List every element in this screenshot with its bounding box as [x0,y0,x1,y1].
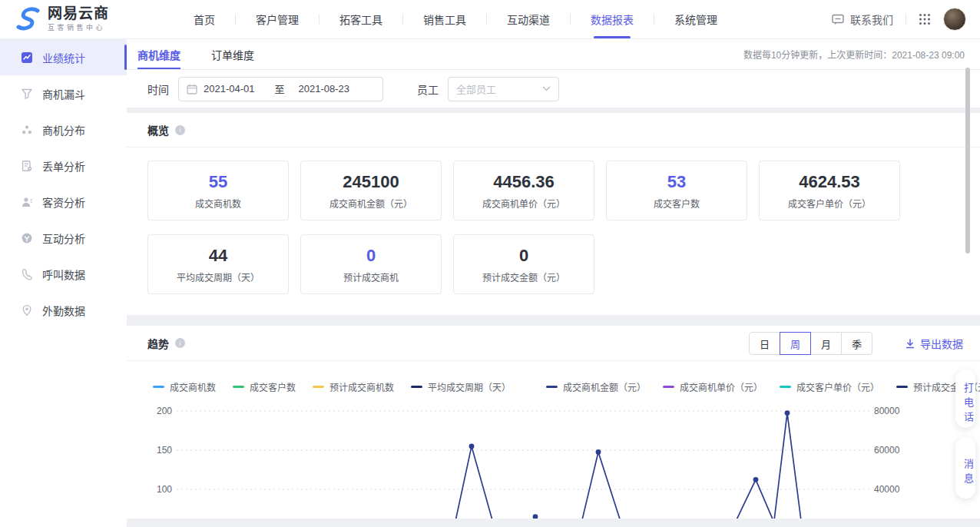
tab-opportunity-dimension[interactable]: 商机维度 [137,39,180,69]
sidebar-item-field-data[interactable]: 外勤数据 [0,292,127,328]
legend-label: 预计成交商机数 [329,380,394,393]
granularity-button-月[interactable]: 月 [810,332,842,355]
date-start-value[interactable]: 2021-04-01 [204,83,255,94]
message-button[interactable]: 消息 [955,437,975,499]
download-icon [905,338,915,349]
stat-value: 245100 [343,172,399,192]
left-axis-tick: 150 [147,445,172,456]
sidebar-item-performance-stats[interactable]: 业绩统计 [0,39,127,75]
sidebar-item-label: 丢单分析 [42,158,85,174]
contact-us-button[interactable]: 联系我们 [832,12,893,27]
dimension-tabs-row: 商机维度 订单维度 数据每10分钟更新，上次更新时间：2021-08-23 09… [127,39,980,70]
chart-line [518,479,783,519]
nav-item-data-reports[interactable]: 数据报表 [571,0,654,38]
legend-swatch [780,386,791,388]
stat-value: 55 [209,172,227,192]
nav-item-interaction-channels[interactable]: 互动渠道 [487,0,570,38]
sidebar-item-call-data[interactable]: 呼叫数据 [0,256,127,292]
divider [906,14,906,25]
overview-title: 概览 [147,122,169,138]
legend-item[interactable]: 预计成交商机数 [313,380,394,393]
nav-item-sales-tools[interactable]: 销售工具 [403,0,486,38]
scrollbar-thumb[interactable] [965,68,970,254]
stat-label: 成交商机数 [195,197,241,210]
sidebar-item-label: 业绩统计 [42,50,85,65]
sidebar-item-opportunity-funnel[interactable]: 商机漏斗 [0,75,127,111]
overview-cards: 55成交商机数245100成交商机金额（元）4456.36成交商机单价（元）53… [147,161,923,294]
granularity-button-周[interactable]: 周 [780,332,811,355]
info-icon[interactable]: i [175,125,185,135]
customer-analysis-icon [21,196,33,208]
top-navbar: 网易云商 互客销售中心 首页客户管理拓客工具销售工具互动渠道数据报表系统管理 联… [0,0,980,39]
stat-card: 0预计成交金额（元） [453,234,594,294]
nav-item-system-management[interactable]: 系统管理 [654,0,737,38]
user-avatar[interactable] [943,8,966,31]
stat-card: 55成交商机数 [147,161,289,220]
sidebar-item-opportunity-distribution[interactable]: 商机分布 [0,111,127,147]
legend-label: 成交客户单价（元） [796,380,879,393]
stat-label: 成交客户数 [654,197,700,210]
legend-item[interactable]: 成交商机单价（元） [663,380,763,393]
right-axis-tick: 40000 [874,484,899,495]
tab-order-dimension[interactable]: 订单维度 [211,39,254,69]
stat-card: 0预计成交商机 [300,234,442,294]
legend-swatch [663,386,674,388]
stat-card: 4456.36成交商机单价（元） [453,161,594,220]
brand-name: 网易云商 [48,6,109,22]
left-axis-tick: 200 [147,406,172,416]
stat-value: 0 [519,246,528,266]
legend-item[interactable]: 成交客户单价（元） [780,380,879,393]
granularity-button-季[interactable]: 季 [841,332,872,355]
sidebar-item-label: 客资分析 [42,194,85,210]
legend-item[interactable]: 成交客户数 [233,380,296,393]
sidebar: 业绩统计商机漏斗商机分布丢单分析客资分析互动分析呼叫数据外勤数据 [0,39,127,527]
stat-value: 4624.53 [799,172,860,192]
stat-card: 245100成交商机金额（元） [300,161,442,220]
legend-swatch [896,386,908,388]
date-end-value[interactable]: 2021-08-23 [299,83,350,94]
legend-swatch [233,386,244,388]
make-call-button[interactable]: 打电话 [955,370,975,428]
granularity-button-日[interactable]: 日 [749,332,780,355]
stat-value: 44 [209,246,227,266]
overview-section-header: 概览 i [127,113,980,147]
stat-value: 4456.36 [493,172,555,192]
date-range-picker[interactable]: 2021-04-01 至 2021-08-23 [178,77,383,101]
legend-item[interactable]: 成交商机金额（元） [546,380,646,393]
nav-item-home[interactable]: 首页 [174,0,235,38]
sidebar-item-customer-analysis[interactable]: 客资分析 [0,184,127,220]
sidebar-item-label: 外勤数据 [42,303,85,318]
legend-swatch [153,386,164,388]
data-update-note: 数据每10分钟更新，上次更新时间：2021-08-23 09:00 [743,48,965,61]
sidebar-item-interaction-analysis[interactable]: 互动分析 [0,220,127,256]
trend-title: 趋势 [147,336,169,351]
legend-swatch [411,386,422,388]
section-divider [127,315,980,326]
nav-item-prospecting-tools[interactable]: 拓客工具 [319,0,402,38]
stat-label: 平均成交周期（天） [177,270,260,283]
left-axis-tick: 100 [147,484,172,495]
data-point [785,410,790,416]
nav-menu: 首页客户管理拓客工具销售工具互动渠道数据报表系统管理 [174,0,737,38]
stat-value: 53 [667,172,686,192]
right-axis-tick: 60000 [874,445,899,456]
employee-filter-label: 员工 [417,81,439,97]
stat-card: 4624.53成交客户单价（元） [759,161,900,220]
legend-label: 成交商机单价（元） [680,380,763,393]
sidebar-item-lost-order-analysis[interactable]: 丢单分析 [0,147,127,184]
main-content: 商机维度 订单维度 数据每10分钟更新，上次更新时间：2021-08-23 09… [127,39,980,527]
app-grid-icon[interactable] [919,13,931,25]
legend-item[interactable]: 平均成交周期（天） [411,380,511,393]
export-data-button[interactable]: 导出数据 [905,336,963,351]
time-filter-label: 时间 [147,81,169,97]
trend-controls: 日周月季 导出数据 [749,332,963,355]
navbar-right: 联系我们 [832,8,966,31]
date-range-to-label: 至 [275,81,285,96]
legend-item[interactable]: 成交商机数 [153,380,216,393]
info-icon[interactable]: i [175,338,185,348]
employee-select[interactable]: 全部员工 [448,77,559,101]
nav-item-customer-management[interactable]: 客户管理 [236,0,319,38]
opportunity-funnel-icon [21,88,33,100]
legend-label: 成交客户数 [250,380,296,393]
chart-legend: 成交商机数成交客户数预计成交商机数平均成交周期（天）成交商机金额（元）成交商机单… [153,380,957,393]
